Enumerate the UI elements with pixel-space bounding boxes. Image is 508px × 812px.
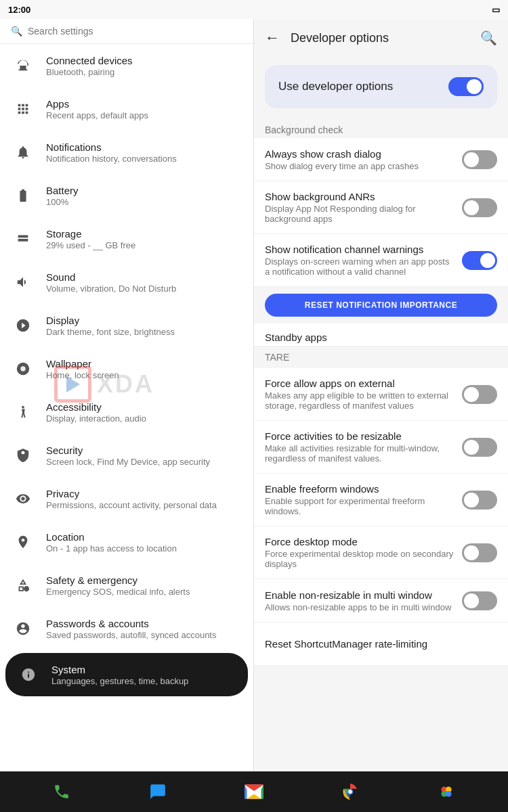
item-title-notifications: Notifications	[46, 141, 242, 153]
item-subtitle-location: On - 1 app has access to location	[46, 543, 242, 554]
sidebar-item-connected-devices[interactable]: Connected devices Bluetooth, pairing	[0, 44, 253, 87]
item-subtitle-privacy: Permissions, account activity, personal …	[46, 500, 242, 510]
setting-row-notification-warnings[interactable]: Show notification channel warnings Displ…	[254, 234, 508, 287]
setting-subtitle-crash-dialog: Show dialog every time an app crashes	[265, 161, 454, 171]
icon-system	[16, 662, 41, 687]
sidebar-item-storage[interactable]: Storage 29% used - __ GB free	[0, 217, 253, 261]
item-title-security: Security	[46, 445, 242, 456]
page-title: Developer options	[291, 31, 480, 45]
item-title-location: Location	[46, 531, 242, 543]
item-subtitle-display: Dark theme, font size, brightness	[46, 327, 242, 337]
setting-title-force-resizable: Force activities to be resizable	[265, 430, 454, 442]
icon-display	[11, 313, 35, 338]
toggle-notification-warnings[interactable]	[462, 251, 497, 270]
setting-row-force-external[interactable]: Force allow apps on external Makes any a…	[254, 368, 508, 421]
icon-security	[11, 443, 35, 468]
setting-subtitle-notification-warnings: Displays on-screen warning when an app p…	[265, 256, 454, 277]
right-panel: ← Developer options 🔍 Use developer opti…	[254, 19, 508, 771]
dev-settings-list: Always show crash dialog Show dialog eve…	[254, 138, 508, 287]
item-subtitle-system: Languages, gestures, time, backup	[51, 676, 237, 686]
item-title-safety: Safety & emergency	[46, 574, 242, 586]
search-row[interactable]: 🔍 Search settings	[0, 19, 253, 44]
status-bar: 12:00 ▭	[0, 0, 508, 19]
setting-row-crash-dialog[interactable]: Always show crash dialog Show dialog eve…	[254, 138, 508, 181]
setting-title-non-resizable-multi: Enable non-resizable in multi window	[265, 589, 454, 601]
toggle-non-resizable-multi[interactable]	[462, 591, 497, 610]
toggle-force-resizable[interactable]	[462, 438, 497, 457]
sidebar-item-location[interactable]: Location On - 1 app has access to locati…	[0, 520, 253, 564]
item-subtitle-passwords: Saved passwords, autofill, synced accoun…	[46, 630, 242, 640]
setting-title-freeform-windows: Enable freeform windows	[265, 483, 454, 495]
back-button[interactable]: ←	[265, 29, 280, 47]
section-background-check: Background check	[254, 116, 508, 138]
sidebar-item-wallpaper[interactable]: Wallpaper Home, lock screen	[0, 347, 253, 390]
icon-notifications	[11, 140, 35, 164]
setting-row-freeform-windows[interactable]: Enable freeform windows Enable support f…	[254, 474, 508, 526]
sidebar-item-battery[interactable]: Battery 100%	[0, 174, 253, 217]
item-title-connected-devices: Connected devices	[46, 55, 242, 66]
setting-row-background-anrs[interactable]: Show background ANRs Display App Not Res…	[254, 181, 508, 234]
toggle-crash-dialog[interactable]	[462, 150, 497, 169]
item-subtitle-battery: 100%	[46, 197, 242, 207]
setting-row-shortcut-rate[interactable]: Reset ShortcutManager rate-limiting	[254, 623, 508, 666]
item-subtitle-security: Screen lock, Find My Device, app securit…	[46, 457, 242, 467]
item-subtitle-safety: Emergency SOS, medical info, alerts	[46, 587, 242, 597]
sidebar-item-system[interactable]: System Languages, gestures, time, backup	[5, 653, 248, 696]
nav-photos[interactable]	[433, 778, 460, 805]
icon-connected-devices	[11, 53, 35, 78]
dev-toggle-label: Use developer options	[278, 80, 393, 93]
toggle-force-external[interactable]	[462, 385, 497, 404]
item-subtitle-sound: Volume, vibration, Do Not Disturb	[46, 284, 242, 294]
search-icon: 🔍	[11, 26, 22, 37]
battery-icon: ▭	[492, 5, 500, 15]
item-subtitle-storage: 29% used - __ GB free	[46, 240, 242, 250]
nav-messages[interactable]	[144, 778, 171, 805]
item-title-system: System	[51, 664, 237, 675]
main-layout: 🔍 Search settings Connected devices Blue…	[0, 19, 508, 771]
nav-chrome[interactable]	[337, 778, 364, 805]
sidebar-item-security[interactable]: Security Screen lock, Find My Device, ap…	[0, 434, 253, 477]
setting-subtitle-force-resizable: Make all activities resizable for multi-…	[265, 443, 454, 464]
dev-content: Use developer options Background check A…	[254, 57, 508, 771]
tare-settings-list: Force allow apps on external Makes any a…	[254, 368, 508, 666]
reset-notification-btn[interactable]: RESET NOTIFICATION IMPORTANCE	[265, 294, 497, 317]
dev-toggle-switch[interactable]	[448, 77, 484, 96]
icon-sound	[11, 270, 35, 294]
item-title-privacy: Privacy	[46, 488, 242, 499]
nav-gmail[interactable]	[240, 778, 268, 805]
setting-title-force-desktop: Force desktop mode	[265, 536, 454, 547]
sidebar-item-accessibility[interactable]: Accessibility Display, interaction, audi…	[0, 390, 253, 434]
toggle-background-anrs[interactable]	[462, 198, 497, 217]
dev-toggle-card: Use developer options	[265, 65, 497, 108]
sidebar-item-privacy[interactable]: Privacy Permissions, account activity, p…	[0, 477, 253, 520]
item-subtitle-accessibility: Display, interaction, audio	[46, 413, 242, 424]
sidebar-item-passwords[interactable]: Passwords & accounts Saved passwords, au…	[0, 607, 253, 650]
nav-phone[interactable]	[48, 778, 75, 805]
setting-subtitle-force-external: Makes any app eligible to be written to …	[265, 390, 454, 411]
item-title-apps: Apps	[46, 98, 242, 110]
toggle-force-desktop[interactable]	[462, 543, 497, 562]
setting-row-non-resizable-multi[interactable]: Enable non-resizable in multi window All…	[254, 579, 508, 623]
sidebar-item-safety[interactable]: Safety & emergency Emergency SOS, medica…	[0, 564, 253, 607]
item-title-sound: Sound	[46, 271, 242, 283]
status-time: 12:00	[8, 5, 30, 15]
setting-title-force-external: Force allow apps on external	[265, 378, 454, 389]
item-title-accessibility: Accessibility	[46, 401, 242, 413]
status-bar-right: ▭	[492, 5, 500, 15]
setting-title-crash-dialog: Always show crash dialog	[265, 148, 454, 160]
toggle-freeform-windows[interactable]	[462, 491, 497, 510]
setting-row-force-resizable[interactable]: Force activities to be resizable Make al…	[254, 421, 508, 474]
search-label: Search settings	[28, 26, 93, 37]
item-title-display: Display	[46, 315, 242, 326]
setting-row-force-desktop[interactable]: Force desktop mode Force experimental de…	[254, 526, 508, 579]
bottom-nav	[0, 771, 508, 812]
item-title-passwords: Passwords & accounts	[46, 618, 242, 629]
tare-label: TARE	[254, 346, 508, 368]
search-button[interactable]: 🔍	[480, 30, 497, 46]
setting-subtitle-non-resizable-multi: Allows non-resizable apps to be in multi…	[265, 602, 454, 612]
sidebar-item-apps[interactable]: Apps Recent apps, default apps	[0, 87, 253, 131]
icon-apps	[11, 97, 35, 121]
sidebar-item-sound[interactable]: Sound Volume, vibration, Do Not Disturb	[0, 261, 253, 304]
sidebar-item-display[interactable]: Display Dark theme, font size, brightnes…	[0, 304, 253, 347]
sidebar-item-notifications[interactable]: Notifications Notification history, conv…	[0, 131, 253, 174]
